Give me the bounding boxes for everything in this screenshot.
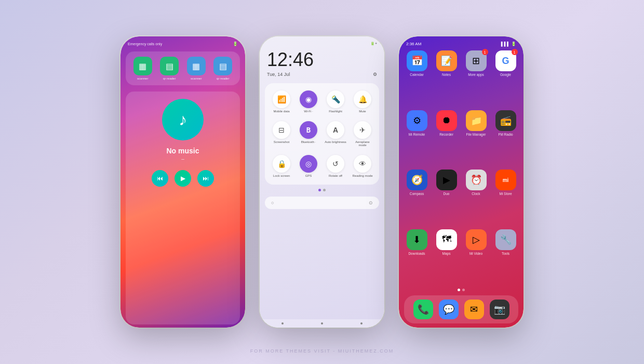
bluetooth-icon: B	[300, 121, 317, 139]
gps-icon: ◎	[300, 155, 317, 173]
lock-screen-label: Lock screen	[273, 174, 290, 177]
music-controls: ⏮ ▶ ⏭	[152, 170, 214, 187]
dot-1	[318, 189, 321, 191]
settings-icon[interactable]: ⚙	[373, 72, 377, 77]
app-fm-radio[interactable]: 📻 FM Radio	[493, 110, 518, 166]
app-mi-remote[interactable]: ⚙ Mi Remote	[404, 110, 430, 166]
app-downloads[interactable]: ⬇ Downloads	[404, 229, 430, 285]
app-clock[interactable]: ⏰ Clock	[463, 170, 489, 225]
mi-remote-icon: ⚙	[407, 110, 427, 131]
mi-remote-label: Mi Remote	[409, 133, 425, 136]
next-icon: ⏭	[203, 175, 209, 182]
tile-wifi[interactable]: ◉ Wi-Fi ·	[296, 87, 321, 116]
wifi-icon: ◉	[300, 90, 317, 108]
clock-icon: ⏰	[466, 170, 487, 190]
prev-button[interactable]: ⏮	[152, 170, 168, 187]
qr-icon-1: ▤	[160, 57, 179, 75]
next-button[interactable]: ⏭	[197, 170, 214, 187]
control-grid: 📶 Mobile data ◉ Wi-Fi · 🔦 Flashlight 🔔 M…	[265, 83, 379, 185]
mute-label: Mute	[359, 110, 366, 113]
dock-phone[interactable]: 📞	[413, 300, 433, 319]
screenshot-icon: ⊟	[273, 121, 290, 139]
more-apps-badge: 1	[482, 49, 488, 55]
app-mi-video[interactable]: ▷ Mi Video	[463, 229, 489, 285]
duo-label: Duo	[444, 192, 450, 196]
nav-dot-1	[281, 322, 284, 324]
brightness-label: Auto brightness	[325, 140, 346, 144]
rotate-label: Rotate off	[329, 174, 342, 177]
tile-brightness[interactable]: A Auto brightness	[323, 118, 348, 150]
app-file-manager[interactable]: 📁 File Manager	[463, 110, 489, 166]
tools-label: Tools	[502, 252, 509, 255]
reading-icon: 👁	[354, 155, 371, 173]
clock-label: Clock	[472, 192, 480, 196]
search-bar[interactable]: ○ ⊙	[265, 197, 379, 209]
screenshot-label: Screenshot	[274, 140, 289, 144]
app-notes[interactable]: 📝 Notes	[434, 50, 459, 106]
flashlight-label: Flashlight	[329, 110, 342, 113]
notes-icon: 📝	[436, 50, 457, 71]
dot-2	[323, 189, 326, 191]
tile-reading[interactable]: 👁 Reading mode	[350, 152, 375, 180]
tile-flashlight[interactable]: 🔦 Flashlight	[323, 87, 348, 116]
music-card: ♪ No music – ⏮ ▶ ⏭	[126, 92, 240, 324]
tile-rotate[interactable]: ↺ Rotate off	[323, 152, 348, 180]
aeroplane-icon: ✈	[354, 121, 371, 139]
mobile-data-icon: 📶	[273, 90, 290, 108]
recorder-icon: ⏺	[436, 110, 457, 131]
fm-radio-icon: 📻	[495, 110, 516, 131]
tools-icon: 🔧	[495, 229, 516, 250]
dock-messages[interactable]: 💬	[439, 300, 459, 319]
app-more-apps[interactable]: ⊞ 1 More apps	[463, 50, 489, 106]
maps-icon: 🗺	[436, 229, 457, 250]
app-calendar[interactable]: 📅 Calendar	[404, 50, 430, 106]
app-scanner-1[interactable]: ▦ scanner	[131, 57, 155, 80]
mi-video-label: Mi Video	[469, 252, 482, 255]
app-recorder[interactable]: ⏺ Recorder	[434, 110, 459, 166]
app-qr-1[interactable]: ▤ qr reader	[158, 57, 182, 80]
reading-label: Reading mode	[352, 174, 372, 177]
more-apps-label: More apps	[468, 73, 484, 76]
music-title: No music	[166, 147, 199, 155]
tile-mobile-data[interactable]: 📶 Mobile data	[269, 87, 294, 116]
tile-gps[interactable]: ◎ GPS	[296, 152, 321, 180]
aeroplane-label: Aeroplane mode	[351, 140, 374, 147]
app-label-scanner-1: scanner	[137, 77, 148, 80]
music-album-art: ♪	[162, 99, 204, 140]
tile-mute[interactable]: 🔔 Mute	[350, 87, 375, 116]
date-label: Tue, 14 Jul	[267, 72, 290, 77]
bottom-bar	[260, 319, 384, 328]
nav-dot-3	[360, 322, 363, 324]
status-icons: 🔋	[233, 42, 238, 46]
dock-camera[interactable]: 📷	[490, 300, 509, 319]
app-duo[interactable]: ▶ Duo	[434, 170, 459, 225]
tile-screenshot[interactable]: ⊟ Screenshot	[269, 118, 294, 150]
app-label-qr-2: qr reader	[217, 77, 229, 80]
brightness-icon: A	[327, 121, 344, 139]
maps-label: Maps	[442, 252, 451, 255]
tile-aeroplane[interactable]: ✈ Aeroplane mode	[350, 118, 375, 150]
tile-bluetooth[interactable]: B Bluetooth ·	[296, 118, 321, 150]
app-mi-store[interactable]: mi Mi Store	[493, 170, 518, 225]
dock-email[interactable]: ✉	[464, 300, 484, 319]
phone-1: Emergency calls only 🔋 ▦ scanner ▤ qr re…	[120, 36, 245, 328]
battery-status: 🔋+	[370, 42, 377, 46]
app-maps[interactable]: 🗺 Maps	[434, 229, 459, 285]
recorder-label: Recorder	[439, 133, 453, 136]
app-compass[interactable]: 🧭 Compass	[404, 170, 430, 225]
app-scanner-2[interactable]: ▦ scanner	[184, 57, 208, 80]
phone3-screen: 2:36 AM ▌▌▌ 🔋 📅 Calendar 📝 Notes ⊞ 1	[399, 36, 524, 328]
apps-grid: 📅 Calendar 📝 Notes ⊞ 1 More apps G	[399, 48, 524, 287]
app-qr-2[interactable]: ▤ qr reader	[211, 57, 235, 80]
search-left-icon: ○	[271, 200, 274, 205]
music-subtitle: –	[181, 156, 184, 162]
play-button[interactable]: ▶	[175, 170, 191, 187]
lock-screen-icon: 🔒	[273, 155, 290, 173]
app-google[interactable]: G 1 Google	[493, 50, 518, 106]
tile-lock-screen[interactable]: 🔒 Lock screen	[269, 152, 294, 180]
app-tools[interactable]: 🔧 Tools	[493, 229, 518, 285]
page-dot-2	[462, 289, 465, 291]
phone3-status-bar: 2:36 AM ▌▌▌ 🔋	[399, 36, 524, 48]
wifi-label: Wi-Fi ·	[304, 110, 313, 113]
mi-video-icon: ▷	[466, 229, 487, 250]
